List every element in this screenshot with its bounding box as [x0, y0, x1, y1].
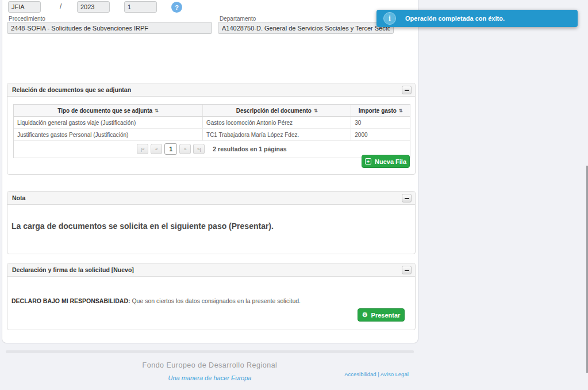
paginator-last-icon[interactable]: »| — [193, 144, 205, 154]
paginator-prev-icon[interactable]: « — [151, 144, 162, 154]
nota-panel: Nota La carga de documentos se solicita … — [7, 191, 416, 254]
documents-panel: Relación de documentos que se adjuntan T… — [7, 83, 416, 175]
cell-descripcion: Gastos locomoción Antonio Pérez — [203, 117, 351, 128]
nota-panel-title: Nota — [12, 194, 25, 201]
footer-links: Accesibilidad | Aviso Legal — [339, 371, 414, 377]
documents-table: Tipo de documento que se adjunta ⇅ Descr… — [13, 104, 410, 158]
column-header-importe[interactable]: Importe gasto ⇅ — [351, 105, 410, 116]
cell-importe: 30 — [351, 117, 410, 128]
ref-code-input[interactable] — [8, 1, 41, 13]
paginator-page-button[interactable]: 1 — [164, 143, 177, 155]
declaration-statement-rest: Que son ciertos los datos consignados en… — [130, 297, 301, 304]
cell-tipo: Liquidación general gastos viaje (Justif… — [14, 117, 203, 128]
nota-body-text: La carga de documentos se solicita en el… — [11, 221, 274, 231]
paginator-first-icon[interactable]: |« — [137, 144, 148, 154]
info-icon: i — [383, 12, 396, 25]
procedimiento-input[interactable] — [7, 22, 212, 34]
table-row[interactable]: Liquidación general gastos viaje (Justif… — [14, 117, 410, 129]
page: / ? Procedimiento Departamento Relación … — [0, 0, 588, 390]
cell-descripcion: TC1 Trabajadora María López Fdez. — [203, 129, 351, 140]
departamento-label: Departamento — [220, 16, 256, 22]
sequence-input[interactable] — [124, 1, 157, 13]
collapse-minus-icon[interactable] — [402, 194, 412, 202]
cell-tipo: Justificantes gastos Personal (Justifica… — [14, 129, 203, 140]
declaration-panel-header: Declaración y firma de la solicitud [Nue… — [7, 263, 415, 277]
paginator: |« « 1 » »| 2 resultados en 1 páginas — [14, 141, 410, 158]
help-icon[interactable]: ? — [171, 2, 182, 13]
plus-icon: + — [365, 158, 371, 165]
toast-message: Operación completada con éxito. — [405, 15, 505, 22]
paginator-summary: 2 resultados en 1 páginas — [213, 146, 286, 152]
nota-panel-header: Nota — [7, 192, 415, 205]
sort-icon[interactable]: ⇅ — [399, 108, 403, 113]
accesibilidad-link[interactable]: Accesibilidad — [344, 371, 376, 377]
sort-icon[interactable]: ⇅ — [155, 108, 159, 113]
year-input[interactable] — [77, 1, 110, 13]
aviso-legal-link[interactable]: Aviso Legal — [381, 371, 409, 377]
collapse-minus-icon[interactable] — [402, 266, 412, 274]
declaration-statement: DECLARO BAJO MI RESPONSABILIDAD: Que son… — [11, 297, 301, 304]
departamento-input[interactable] — [218, 22, 394, 34]
table-header-row: Tipo de documento que se adjunta ⇅ Descr… — [14, 105, 410, 117]
presentar-button[interactable]: ⚙ Presentar — [358, 308, 405, 322]
procedimiento-label: Procedimiento — [9, 16, 45, 22]
collapse-minus-icon[interactable] — [402, 86, 412, 94]
table-row[interactable]: Justificantes gastos Personal (Justifica… — [14, 129, 410, 141]
gear-icon: ⚙ — [362, 311, 368, 319]
column-header-descripcion[interactable]: Descripción del documento ⇅ — [203, 105, 351, 116]
column-header-tipo[interactable]: Tipo de documento que se adjunta ⇅ — [14, 105, 203, 116]
toast-notification[interactable]: i Operación completada con éxito. — [376, 10, 578, 27]
documents-panel-header: Relación de documentos que se adjuntan — [7, 83, 415, 97]
footer-feder-title: Fondo Europeo de Desarrollo Regional — [103, 361, 316, 369]
footer-divider — [6, 350, 414, 353]
main-content-card: / ? Procedimiento Departamento Relación … — [2, 0, 418, 343]
documents-panel-title: Relación de documentos que se adjuntan — [12, 86, 131, 93]
declaration-panel-title: Declaración y firma de la solicitud [Nue… — [12, 266, 134, 273]
sort-icon[interactable]: ⇅ — [314, 108, 318, 113]
cell-importe: 2000 — [351, 129, 410, 140]
declaration-statement-bold: DECLARO BAJO MI RESPONSABILIDAD: — [11, 297, 130, 304]
footer-links-separator: | — [376, 371, 381, 377]
paginator-next-icon[interactable]: » — [179, 144, 191, 154]
ref-separator: / — [60, 2, 62, 10]
declaration-panel: Declaración y firma de la solicitud [Nue… — [7, 263, 416, 330]
footer-feder-slogan: Una manera de hacer Europa — [103, 374, 316, 381]
new-row-button[interactable]: + Nueva Fila — [362, 155, 410, 168]
